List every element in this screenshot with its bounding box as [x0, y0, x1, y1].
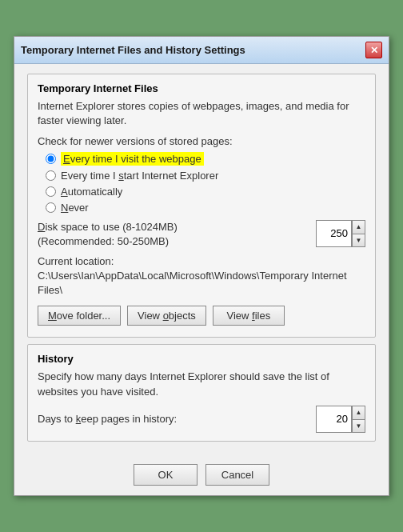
dialog-window: Temporary Internet Files and History Set…: [14, 36, 389, 496]
close-button[interactable]: ✕: [365, 42, 382, 58]
move-folder-button[interactable]: Move folder...: [38, 306, 121, 326]
radio-never[interactable]: [46, 202, 56, 213]
current-location-path: C:\Users\Ian\AppData\Local\Microsoft\Win…: [38, 269, 365, 298]
radio-item-1: Every time I visit the webpage: [46, 152, 365, 166]
view-objects-button[interactable]: View objects: [127, 306, 206, 326]
radio-item-4: Never: [46, 202, 365, 214]
radio-label-never[interactable]: Never: [61, 202, 89, 214]
radio-automatically[interactable]: [46, 186, 56, 197]
view-files-button[interactable]: View files: [213, 306, 285, 326]
history-description: Specify how many days Internet Explorer …: [38, 370, 365, 398]
days-spinner: ▲ ▼: [316, 406, 365, 433]
title-bar: Temporary Internet Files and History Set…: [14, 37, 389, 64]
temp-files-description: Internet Explorer stores copies of webpa…: [38, 99, 365, 128]
temp-files-title: Temporary Internet Files: [38, 82, 365, 94]
disk-space-input[interactable]: [316, 220, 352, 247]
disk-space-spinner-buttons: ▲ ▼: [352, 220, 365, 247]
disk-space-recommended: (Recommended: 50-250MB): [38, 235, 169, 247]
dialog-title: Temporary Internet Files and History Set…: [21, 44, 245, 56]
radio-group: Every time I visit the webpage Every tim…: [46, 152, 365, 214]
temp-files-section: Temporary Internet Files Internet Explor…: [27, 74, 376, 338]
radio-every-start[interactable]: [46, 170, 56, 181]
radio-item-2: Every time I start Internet Explorer: [46, 170, 365, 182]
disk-space-label: Disk space to use (8-1024MB) (Recommende…: [38, 220, 309, 249]
days-row: Days to keep pages in history: ▲ ▼: [38, 406, 365, 433]
days-input[interactable]: [316, 406, 352, 433]
radio-label-every-start[interactable]: Every time I start Internet Explorer: [61, 170, 218, 182]
disk-space-spinner: ▲ ▼: [316, 220, 365, 247]
days-decrement[interactable]: ▼: [352, 419, 365, 433]
history-section: History Specify how many days Internet E…: [27, 344, 376, 441]
action-buttons: Move folder... View objects View files: [38, 306, 365, 326]
disk-space-decrement[interactable]: ▼: [352, 234, 365, 247]
radio-label-every-visit[interactable]: Every time I visit the webpage: [61, 152, 204, 166]
days-spinner-buttons: ▲ ▼: [352, 406, 365, 433]
dialog-content: Temporary Internet Files Internet Explor…: [14, 64, 389, 458]
check-newer-label: Check for newer versions of stored pages…: [38, 135, 365, 147]
current-location-label: Current location:: [38, 255, 365, 267]
radio-every-visit[interactable]: [46, 154, 56, 164]
disk-space-increment[interactable]: ▲: [352, 220, 365, 234]
days-increment[interactable]: ▲: [352, 406, 365, 419]
history-title: History: [38, 353, 365, 365]
radio-item-3: Automatically: [46, 186, 365, 198]
ok-cancel-row: OK Cancel: [14, 458, 389, 495]
cancel-button[interactable]: Cancel: [205, 464, 269, 486]
ok-button[interactable]: OK: [134, 464, 198, 486]
days-label: Days to keep pages in history:: [38, 413, 309, 425]
radio-label-automatically[interactable]: Automatically: [61, 186, 122, 198]
current-location: Current location: C:\Users\Ian\AppData\L…: [38, 255, 365, 298]
disk-space-row: Disk space to use (8-1024MB) (Recommende…: [38, 220, 365, 249]
